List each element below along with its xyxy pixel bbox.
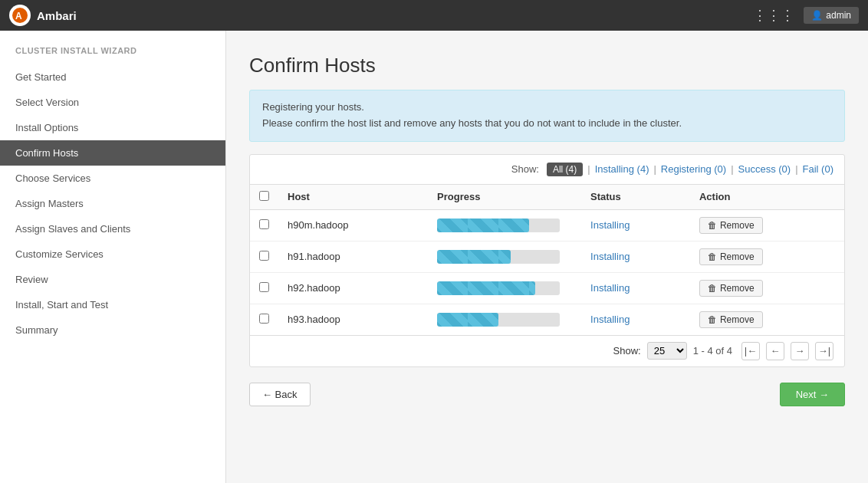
action-buttons: ← Back Next → bbox=[249, 383, 845, 406]
remove-button[interactable]: 🗑 Remove bbox=[699, 248, 763, 265]
filter-bar: Show: All (4) | Installing (4) | Registe… bbox=[250, 155, 844, 185]
header-status: Status bbox=[581, 185, 690, 210]
sidebar-item-assign-masters[interactable]: Assign Masters bbox=[0, 191, 225, 216]
progress-bar-fill bbox=[437, 281, 535, 295]
pager-last-btn[interactable]: →| bbox=[815, 342, 833, 360]
row-host: h91.hadoop bbox=[278, 241, 428, 272]
remove-button[interactable]: 🗑 Remove bbox=[699, 311, 763, 328]
select-all-checkbox[interactable] bbox=[259, 191, 269, 201]
sidebar-item-review[interactable]: Review bbox=[0, 267, 225, 292]
remove-icon: 🗑 bbox=[708, 283, 717, 294]
remove-button[interactable]: 🗑 Remove bbox=[699, 217, 763, 234]
hosts-table: Host Progress Status Action h90m.hadoopI… bbox=[250, 185, 844, 335]
row-host: h93.hadoop bbox=[278, 304, 428, 335]
row-progress-cell bbox=[428, 304, 581, 335]
header-host: Host bbox=[278, 185, 428, 210]
filter-registering[interactable]: Registering (0) bbox=[661, 163, 726, 175]
logo-icon: A bbox=[9, 5, 31, 26]
progress-bar-fill bbox=[437, 313, 498, 327]
remove-icon: 🗑 bbox=[708, 251, 717, 262]
row-host: h90m.hadoop bbox=[278, 209, 428, 241]
filter-success[interactable]: Success (0) bbox=[738, 163, 791, 175]
filter-show-label: Show: bbox=[511, 163, 539, 175]
sidebar-item-assign-slaves-clients[interactable]: Assign Slaves and Clients bbox=[0, 216, 225, 242]
main-container: CLUSTER INSTALL WIZARD Get StartedSelect… bbox=[0, 31, 868, 483]
filter-installing[interactable]: Installing (4) bbox=[595, 163, 649, 175]
pager-prev-btn[interactable]: ← bbox=[766, 342, 784, 360]
sidebar-item-choose-services[interactable]: Choose Services bbox=[0, 166, 225, 191]
top-navbar: A Ambari ⋮⋮⋮ 👤 admin bbox=[0, 0, 868, 31]
user-menu[interactable]: 👤 admin bbox=[804, 7, 859, 24]
row-action-cell: 🗑 Remove bbox=[690, 241, 844, 272]
remove-icon: 🗑 bbox=[708, 314, 717, 325]
table-row: h92.hadoopInstalling🗑 Remove bbox=[250, 272, 844, 304]
row-checkbox-cell bbox=[250, 304, 278, 335]
row-action-cell: 🗑 Remove bbox=[690, 304, 844, 335]
filter-separator: | bbox=[653, 163, 656, 175]
filter-all[interactable]: All (4) bbox=[547, 163, 583, 176]
pagination-range: 1 - 4 of 4 bbox=[693, 345, 732, 356]
row-status: Installing bbox=[581, 209, 690, 241]
sidebar-item-get-started[interactable]: Get Started bbox=[0, 64, 225, 90]
table-header-row: Host Progress Status Action bbox=[250, 185, 844, 210]
grid-icon[interactable]: ⋮⋮⋮ bbox=[753, 7, 794, 24]
filter-separator: | bbox=[587, 163, 590, 175]
row-status: Installing bbox=[581, 241, 690, 272]
sidebar-item-select-version[interactable]: Select Version bbox=[0, 90, 225, 115]
row-status: Installing bbox=[581, 272, 690, 304]
sidebar-title: CLUSTER INSTALL WIZARD bbox=[0, 46, 225, 64]
pagination-bar: Show: 102550100 1 - 4 of 4 |← ← → →| bbox=[250, 335, 844, 366]
user-icon: 👤 bbox=[811, 10, 823, 21]
back-button[interactable]: ← Back bbox=[249, 383, 311, 406]
row-status: Installing bbox=[581, 304, 690, 335]
sidebar: CLUSTER INSTALL WIZARD Get StartedSelect… bbox=[0, 31, 226, 483]
table-row: h90m.hadoopInstalling🗑 Remove bbox=[250, 209, 844, 241]
row-checkbox-cell bbox=[250, 272, 278, 304]
progress-bar-wrap bbox=[437, 219, 560, 232]
table-row: h91.hadoopInstalling🗑 Remove bbox=[250, 241, 844, 272]
brand: A Ambari bbox=[9, 5, 77, 26]
progress-bar-wrap bbox=[437, 313, 560, 327]
filter-fail[interactable]: Fail (0) bbox=[803, 163, 833, 175]
row-action-cell: 🗑 Remove bbox=[690, 272, 844, 304]
remove-button[interactable]: 🗑 Remove bbox=[699, 280, 763, 297]
row-checkbox-cell bbox=[250, 241, 278, 272]
row-progress-cell bbox=[428, 272, 581, 304]
row-progress-cell bbox=[428, 209, 581, 241]
brand-name: Ambari bbox=[37, 9, 77, 22]
row-checkbox-2[interactable] bbox=[259, 282, 269, 292]
filter-separator: | bbox=[731, 163, 733, 175]
sidebar-item-customize-services[interactable]: Customize Services bbox=[0, 242, 225, 267]
row-checkbox-3[interactable] bbox=[259, 314, 269, 324]
pager-next-btn[interactable]: → bbox=[791, 342, 809, 360]
pagination-per-page-select[interactable]: 102550100 bbox=[647, 342, 687, 360]
progress-bar-wrap bbox=[437, 281, 560, 295]
alert-line1: Registering your hosts. bbox=[262, 100, 832, 116]
pagination-show-label: Show: bbox=[613, 345, 641, 356]
pager-first-btn[interactable]: |← bbox=[741, 342, 760, 360]
progress-bar-wrap bbox=[437, 250, 560, 264]
content-area: Confirm Hosts Registering your hosts. Pl… bbox=[226, 31, 868, 483]
progress-bar-fill bbox=[437, 219, 529, 232]
row-checkbox-cell bbox=[250, 209, 278, 241]
navbar-right: ⋮⋮⋮ 👤 admin bbox=[753, 7, 859, 24]
sidebar-item-install-options[interactable]: Install Options bbox=[0, 115, 225, 140]
host-table-container: Show: All (4) | Installing (4) | Registe… bbox=[249, 154, 845, 367]
next-button[interactable]: Next → bbox=[780, 383, 845, 406]
svg-text:A: A bbox=[15, 11, 22, 21]
sidebar-item-install-start-test[interactable]: Install, Start and Test bbox=[0, 292, 225, 317]
row-action-cell: 🗑 Remove bbox=[690, 209, 844, 241]
header-action: Action bbox=[690, 185, 844, 210]
user-label: admin bbox=[826, 10, 851, 21]
alert-line2: Please confirm the host list and remove … bbox=[262, 116, 832, 132]
row-checkbox-0[interactable] bbox=[259, 219, 269, 229]
header-checkbox-cell bbox=[250, 185, 278, 210]
row-checkbox-1[interactable] bbox=[259, 251, 269, 261]
remove-icon: 🗑 bbox=[708, 220, 717, 231]
sidebar-item-confirm-hosts[interactable]: Confirm Hosts bbox=[0, 140, 225, 166]
filter-separator: | bbox=[795, 163, 797, 175]
row-progress-cell bbox=[428, 241, 581, 272]
alert-banner: Registering your hosts. Please confirm t… bbox=[249, 90, 845, 142]
row-host: h92.hadoop bbox=[278, 272, 428, 304]
sidebar-item-summary[interactable]: Summary bbox=[0, 317, 225, 343]
